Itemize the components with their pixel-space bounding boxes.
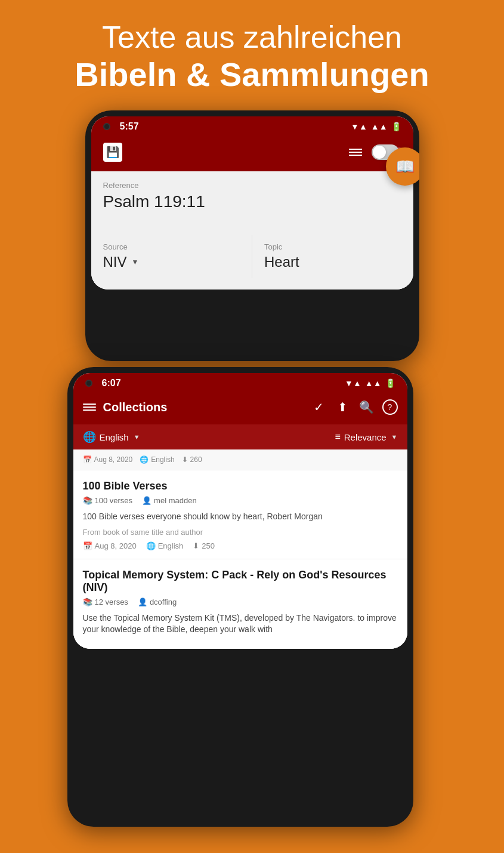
search-icon[interactable]: 🔍	[358, 400, 375, 414]
calendar-icon-partial: 📅	[83, 455, 92, 464]
signal-icon-2: ▲▲	[365, 378, 382, 388]
language-filter[interactable]: 🌐 English ▼	[83, 430, 140, 444]
list-item[interactable]: 100 Bible Verses 📚 100 verses 👤 mel madd…	[73, 470, 407, 559]
reference-section: Reference Psalm 119:11	[91, 171, 413, 223]
status-icons-1: ▼▲ ▲▲ 🔋	[351, 122, 401, 131]
globe-icon-partial: 🌐	[140, 455, 149, 464]
time-2: 6:07	[102, 378, 121, 389]
language-label: English	[100, 432, 129, 442]
item-1-language: 🌐 English	[146, 541, 184, 550]
globe-icon-1: 🌐	[146, 541, 156, 550]
item-1-downloads: ⬇ 250	[193, 541, 215, 550]
wifi-icon: ▼▲	[351, 122, 367, 131]
fab-button[interactable]: 📖	[386, 147, 419, 186]
menu-icon[interactable]	[349, 149, 362, 156]
camera-1	[103, 123, 110, 130]
item-1-verses: 📚 100 verses	[83, 496, 133, 505]
filter-bar: 🌐 English ▼ ≡ Relevance ▼	[73, 424, 407, 449]
download-icon-partial: ⬇	[182, 455, 188, 464]
relevance-filter[interactable]: ≡ Relevance ▼	[335, 432, 397, 442]
header-line1: Texte aus zahlreichen	[24, 19, 480, 55]
app-bar-1: 💾	[91, 137, 413, 171]
wifi-icon-2: ▼▲	[345, 378, 361, 388]
upload-icon[interactable]: ⬆	[335, 400, 351, 414]
partial-language: 🌐 English	[140, 455, 174, 464]
language-dropdown-arrow: ▼	[134, 433, 140, 441]
phone-2: 6:07 ▼▲ ▲▲ 🔋 Collections ✓ ⬆ 🔍 ?	[67, 367, 413, 827]
list-item[interactable]: Topical Memory System: C Pack - Rely on …	[73, 559, 407, 649]
status-bar-2: 6:07 ▼▲ ▲▲ 🔋	[73, 373, 407, 393]
camera-2	[85, 380, 92, 387]
author-icon-1: 👤	[142, 496, 151, 505]
status-bar-1: 5:57 ▼▲ ▲▲ 🔋	[91, 116, 413, 137]
source-text: NIV	[103, 254, 127, 270]
source-label: Source	[103, 242, 240, 251]
menu-button-2[interactable]	[83, 404, 96, 411]
collection-list: 📅 Aug 8, 2020 🌐 English ⬇ 260 100 Bible …	[73, 449, 407, 649]
item-1-desc-cont: From book of same title and author	[83, 528, 398, 537]
item-1-meta: 📚 100 verses 👤 mel madden	[83, 496, 398, 505]
source-box[interactable]: Source NIV ▼	[91, 235, 253, 278]
relevance-dropdown-arrow: ▼	[391, 433, 398, 441]
help-icon[interactable]: ?	[382, 399, 398, 415]
item-2-meta: 📚 12 verses 👤 dcoffing	[83, 598, 398, 606]
app-bar-2: Collections ✓ ⬆ 🔍 ?	[73, 393, 407, 424]
signal-icon: ▲▲	[371, 122, 388, 131]
author-icon-2: 👤	[138, 598, 147, 606]
item-1-footer: 📅 Aug 8, 2020 🌐 English ⬇ 250	[83, 541, 398, 550]
item-1-desc: 100 Bible verses everyone should know by…	[83, 511, 398, 523]
item-1-author: 👤 mel madden	[142, 496, 197, 505]
verses-icon-1: 📚	[83, 496, 92, 505]
source-topic-row: Source NIV ▼ Topic Heart	[91, 230, 413, 290]
phone-1: 5:57 ▼▲ ▲▲ 🔋 💾	[85, 110, 419, 361]
partial-date: 📅 Aug 8, 2020	[83, 455, 133, 464]
battery-icon-2: 🔋	[385, 378, 395, 388]
source-value: NIV ▼	[103, 254, 240, 270]
collections-title: Collections	[103, 401, 304, 414]
sort-icon: ≡	[335, 432, 340, 442]
reference-label: Reference	[103, 181, 401, 190]
verses-icon-2: 📚	[83, 598, 92, 606]
partial-item: 📅 Aug 8, 2020 🌐 English ⬇ 260	[73, 449, 407, 470]
phone-2-screen: 6:07 ▼▲ ▲▲ 🔋 Collections ✓ ⬆ 🔍 ?	[73, 373, 407, 649]
battery-icon: 🔋	[391, 122, 401, 131]
checkmark-icon[interactable]: ✓	[311, 400, 327, 414]
globe-icon: 🌐	[83, 430, 96, 444]
book-icon: 📖	[395, 158, 415, 176]
item-1-date: 📅 Aug 8, 2020	[83, 541, 137, 550]
topic-value: Heart	[264, 254, 401, 270]
topic-box[interactable]: Topic Heart	[252, 235, 413, 278]
phone-1-screen: 5:57 ▼▲ ▲▲ 🔋 💾	[91, 116, 413, 290]
header-line2: Bibeln & Sammlungen	[24, 55, 480, 94]
relevance-label: Relevance	[344, 432, 386, 442]
item-1-title: 100 Bible Verses	[83, 480, 398, 492]
topic-label: Topic	[264, 242, 401, 251]
time-1: 5:57	[120, 121, 139, 132]
download-icon-1: ⬇	[193, 541, 199, 550]
page-header: Texte aus zahlreichen Bibeln & Sammlunge…	[0, 0, 504, 106]
item-2-title: Topical Memory System: C Pack - Rely on …	[83, 569, 398, 594]
calendar-icon-1: 📅	[83, 541, 92, 550]
item-2-author: 👤 dcoffing	[138, 598, 177, 606]
status-icons-2: ▼▲ ▲▲ 🔋	[345, 378, 395, 388]
item-2-desc: Use the Topical Memory System Kit (TMS),…	[83, 612, 398, 636]
phone-1-content: Reference Psalm 119:11 Source NIV ▼ Topi…	[91, 171, 413, 290]
reference-value: Psalm 119:11	[103, 192, 401, 211]
item-2-verses: 📚 12 verses	[83, 598, 128, 606]
source-dropdown-arrow: ▼	[132, 258, 139, 266]
save-button[interactable]: 💾	[103, 143, 122, 162]
partial-downloads: ⬇ 260	[182, 455, 202, 464]
